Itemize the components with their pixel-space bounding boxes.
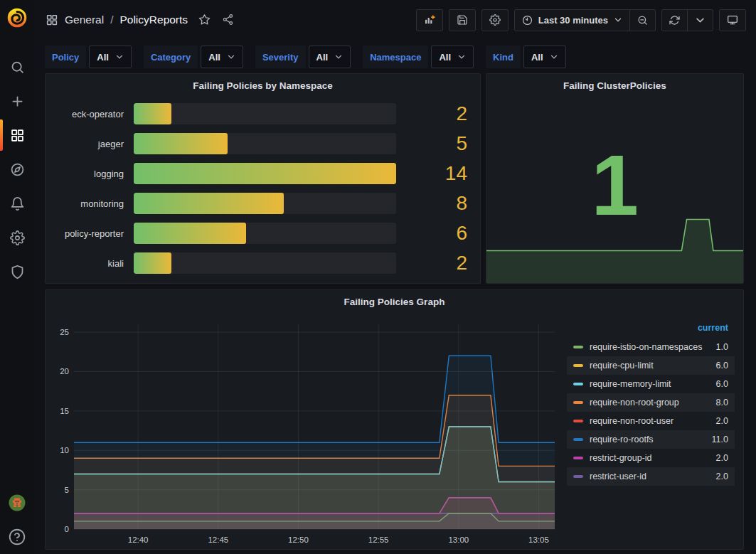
save-dashboard-button[interactable] (449, 9, 476, 31)
chevron-down-icon (695, 15, 706, 26)
legend-series-name: require-istio-on-namespaces (590, 342, 716, 352)
legend-current-header[interactable]: current (567, 323, 735, 338)
x-axis-tick: 13:00 (448, 536, 469, 544)
grafana-logo[interactable] (6, 7, 28, 28)
sidebar-item-gear[interactable] (0, 220, 34, 255)
refresh-button[interactable] (662, 10, 687, 31)
sidebar-item-apps-grid[interactable] (0, 118, 34, 152)
zoom-out-button[interactable] (629, 10, 655, 31)
bar-value: 8 (406, 193, 467, 214)
topbar-actions: Last 30 minutes (416, 9, 746, 31)
x-axis-tick: 12:45 (208, 536, 228, 544)
time-range-picker[interactable]: Last 30 minutes (515, 10, 629, 31)
legend-series-name: require-non-root-group (590, 398, 716, 407)
filter-namespace: NamespaceAll (363, 46, 474, 68)
bar-value: 5 (406, 133, 467, 154)
panel-title-failing-clusterpolicies[interactable]: Failing ClusterPolicies (486, 74, 743, 94)
filter-value-category[interactable]: All (201, 46, 243, 68)
breadcrumb-title[interactable]: PolicyReports (119, 14, 188, 26)
chevron-down-icon (614, 16, 622, 24)
bar-label: jaeger (55, 139, 124, 149)
legend-series-name: restrict-group-id (590, 453, 716, 463)
panel-title-failing-policies-graph[interactable]: Failing Policies Graph (46, 290, 743, 310)
time-series-chart[interactable]: 051015202512:4012:4512:5012:5513:0013:05 (51, 319, 558, 548)
gear-icon (489, 14, 501, 26)
chevron-down-icon (457, 53, 466, 61)
bar-value: 2 (406, 103, 467, 124)
bar-track (134, 163, 396, 184)
y-axis-tick: 0 (65, 525, 69, 533)
legend-row-restrict-user-id[interactable]: restrict-user-id2.0 (567, 467, 735, 486)
filter-severity: SeverityAll (255, 46, 351, 68)
legend-row-require-non-root-user[interactable]: require-non-root-user2.0 (567, 412, 735, 430)
sidebar-nav-top (0, 50, 34, 289)
legend-row-require-non-root-group[interactable]: require-non-root-group8.0 (567, 393, 735, 412)
bar-fill (134, 193, 284, 214)
share-dashboard-button[interactable] (222, 14, 235, 26)
legend-row-require-istio-on-namespaces[interactable]: require-istio-on-namespaces1.0 (567, 338, 735, 356)
legend-current-value: 2.0 (716, 453, 728, 463)
bar-value: 6 (406, 223, 467, 244)
legend-swatch (573, 346, 583, 348)
filter-value-severity[interactable]: All (309, 46, 351, 68)
filter-value-namespace[interactable]: All (431, 46, 474, 68)
bar-track (134, 133, 396, 154)
sidebar-item-shield[interactable] (0, 255, 34, 289)
legend-row-require-ro-rootfs[interactable]: require-ro-rootfs11.0 (567, 430, 735, 449)
add-panel-icon (424, 14, 435, 26)
sidebar-item-avatar[interactable] (0, 486, 34, 520)
filter-kind: KindAll (486, 46, 566, 68)
sidebar-item-bell[interactable] (0, 186, 34, 220)
filter-label-severity: Severity (255, 46, 306, 68)
breadcrumb-folder[interactable]: General (65, 14, 104, 26)
time-range-label: Last 30 minutes (538, 15, 608, 26)
y-axis-tick: 15 (60, 407, 69, 415)
bar-value: 14 (406, 163, 467, 184)
refresh-interval-button[interactable] (687, 10, 713, 31)
legend-swatch (573, 438, 583, 441)
bar-track (134, 252, 396, 274)
apps-grid-icon (10, 128, 25, 143)
filter-label-kind: Kind (486, 46, 521, 68)
sidebar-item-help-circle[interactable] (0, 520, 34, 554)
legend-row-require-cpu-limit[interactable]: require-cpu-limit6.0 (567, 356, 735, 375)
filter-category: CategoryAll (144, 46, 243, 68)
chevron-down-icon (334, 53, 343, 61)
help-circle-icon (8, 528, 26, 546)
chevron-down-icon (550, 53, 558, 61)
dashboard-grid-icon (46, 14, 58, 26)
filter-value-kind[interactable]: All (523, 46, 566, 68)
legend-series-name: restrict-user-id (590, 472, 716, 481)
bar-fill (134, 252, 171, 274)
y-axis-tick: 5 (65, 486, 69, 494)
legend-current-value: 2.0 (716, 472, 728, 481)
filter-value-policy[interactable]: All (89, 46, 132, 68)
y-axis-tick: 10 (60, 446, 69, 454)
dashboard-settings-button[interactable] (481, 9, 509, 31)
legend-row-require-memory-limit[interactable]: require-memory-limit6.0 (567, 375, 735, 393)
panel-title-failing-policies-by-namespace[interactable]: Failing Policies by Namespace (46, 74, 480, 94)
bar-fill (134, 223, 246, 244)
bar-gauge: eck-operator2jaeger5logging14monitoring8… (46, 94, 480, 274)
bell-icon (10, 196, 25, 211)
legend-current-value: 6.0 (716, 379, 728, 389)
bar-track (134, 103, 396, 124)
bar-value: 2 (406, 252, 467, 274)
panel-failing-policies-by-namespace: Failing Policies by Namespace eck-operat… (45, 73, 481, 284)
legend-series-name: require-cpu-limit (590, 361, 716, 371)
filter-selected-value: All (439, 52, 451, 63)
legend-series-name: require-memory-limit (590, 379, 716, 389)
sidebar-item-compass[interactable] (0, 152, 34, 186)
legend-row-restrict-group-id[interactable]: restrict-group-id2.0 (567, 449, 735, 467)
chevron-down-icon (115, 53, 124, 61)
add-panel-button[interactable] (416, 9, 443, 31)
active-indicator (0, 119, 3, 151)
sidebar-item-plus[interactable] (0, 84, 34, 118)
star-dashboard-button[interactable] (198, 14, 211, 26)
bar-row-monitoring: monitoring8 (55, 193, 467, 214)
sidebar-item-search[interactable] (0, 50, 34, 84)
bar-fill (134, 163, 396, 184)
cycle-view-mode-button[interactable] (719, 9, 746, 31)
legend-swatch (573, 457, 583, 459)
legend-swatch (573, 364, 583, 367)
